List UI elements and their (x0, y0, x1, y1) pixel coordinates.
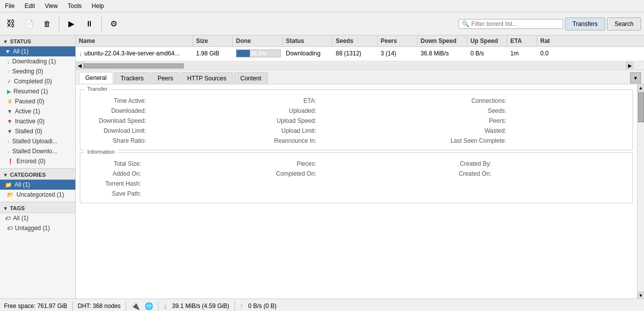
last-seen-row: Last Seen Complete: (446, 136, 627, 146)
scroll-up-btn[interactable]: ▲ (638, 84, 644, 91)
menu-help[interactable]: Help (87, 1, 109, 11)
search-tab-button[interactable]: Search (607, 17, 641, 30)
main-layout: ▼ STATUS ▼ All (1) ↓ Downloading (1) ↑ S… (0, 35, 644, 299)
eta-label: ETA: (266, 97, 316, 104)
tab-peers[interactable]: Peers (151, 72, 180, 84)
sidebar-item-active[interactable]: ▼ Active (1) (0, 106, 75, 116)
col-header-upspeed[interactable]: Up Speed (467, 35, 507, 46)
categories-header-label: CATEGORIES (10, 172, 46, 178)
sidebar-item-completed[interactable]: ✓ Completed (0) (0, 76, 75, 86)
col-header-size[interactable]: Size (193, 35, 233, 46)
active-icon: ▼ (7, 108, 12, 114)
row-ratio-cell: 0.0 (537, 48, 567, 58)
col-header-eta[interactable]: ETA (507, 35, 537, 46)
settings-button[interactable]: ⚙ (106, 16, 122, 32)
col-header-done[interactable]: Done (233, 35, 283, 46)
transfers-tab-button[interactable]: Transfers (565, 17, 605, 30)
dht-label: DHT: 368 nodes (78, 303, 121, 310)
col-header-status[interactable]: Status (283, 35, 333, 46)
tab-http-sources[interactable]: HTTP Sources (181, 72, 232, 84)
last-seen-label: Last Seen Complete: (446, 137, 506, 144)
down-arrow-icon: ↓ (164, 302, 167, 310)
tab-general[interactable]: General (79, 72, 113, 84)
tags-section-header[interactable]: ▼ TAGS (0, 202, 75, 213)
pause-button[interactable]: ⏸ (81, 16, 97, 32)
menu-tools[interactable]: Tools (63, 1, 87, 11)
wasted-label: Wasted: (446, 127, 506, 134)
col-header-ratio[interactable]: Rat (537, 35, 567, 46)
add-link-button[interactable]: 📄 (21, 16, 37, 32)
search-icon: 🔍 (462, 20, 469, 27)
sidebar-item-stalled[interactable]: ▼ Stalled (0) (0, 126, 75, 136)
menu-edit[interactable]: Edit (19, 1, 40, 11)
table-row[interactable]: ↓ ubuntu-22.04.3-live-server-amd64... 1.… (76, 47, 644, 60)
sidebar-item-stalled-upload[interactable]: ↑ Stalled Uploadi... (0, 136, 75, 146)
torrent-hash-row: Torrent Hash: (86, 179, 266, 189)
scroll-thumb[interactable] (638, 92, 644, 122)
inactive-icon: ▼ (7, 118, 12, 124)
sidebar-item-errored[interactable]: ❗ Errored (0) (0, 156, 75, 166)
progress-bar-text: 30.2% (236, 50, 280, 57)
panel-scrollbar[interactable]: ▲ ▼ (637, 84, 644, 299)
sidebar-item-tags-all[interactable]: 🏷 All (1) (0, 213, 75, 223)
completed-icon: ✓ (7, 78, 11, 85)
sidebar-inactive-label: Inactive (0) (15, 118, 44, 125)
time-active-row: Time Active: (86, 96, 266, 106)
scrollbar-track[interactable] (84, 63, 626, 68)
horizontal-scrollbar[interactable]: ◀ ▶ ··· (76, 62, 644, 70)
categories-arrow-icon: ▼ (3, 172, 8, 178)
row-peers-cell: 3 (14) (378, 48, 418, 58)
content-area: Name Size Done Status Seeds Peers Down S… (76, 35, 644, 299)
sidebar-tags-all-label: All (1) (13, 215, 28, 222)
sidebar-item-categories-all[interactable]: 📁 All (1) (0, 180, 75, 190)
categories-section-header[interactable]: ▼ CATEGORIES (0, 168, 75, 180)
sidebar-item-resumed[interactable]: ▶ Resumed (1) (0, 86, 75, 96)
scrollbar-right-btn[interactable]: ▶ (626, 62, 634, 70)
toolbar-separator-1 (59, 17, 59, 31)
menu-file[interactable]: File (0, 1, 19, 11)
sidebar-item-downloading[interactable]: ↓ Downloading (1) (0, 56, 75, 66)
uploaded-row: Uploaded: (266, 106, 446, 116)
search-input[interactable] (471, 20, 560, 27)
col-header-peers[interactable]: Peers (378, 35, 418, 46)
seeding-icon: ↑ (7, 68, 10, 74)
sidebar-item-all[interactable]: ▼ All (1) (0, 46, 75, 56)
tab-content[interactable]: Content (234, 72, 268, 84)
scrollbar-left-btn[interactable]: ◀ (76, 62, 84, 70)
play-button[interactable]: ▶ (63, 16, 79, 32)
scroll-down-btn[interactable]: ▼ (638, 292, 644, 299)
statusbar-sep-2 (126, 302, 126, 311)
uncategorized-icon: 📂 (7, 192, 14, 198)
up-speed-label: 0 B/s (0 B) (248, 303, 277, 310)
sidebar-item-untagged[interactable]: 🏷 Untagged (1) (0, 223, 75, 233)
tag-all-icon: 🏷 (5, 215, 10, 221)
delete-button[interactable]: 🗑 (39, 16, 55, 32)
sidebar-categories-all-label: All (1) (14, 181, 30, 188)
toolbar: ⛓ 📄 🗑 ▶ ⏸ ⚙ 🔍 Transfers Search (0, 12, 644, 35)
col-header-downspeed[interactable]: Down Speed (418, 35, 467, 46)
sidebar-stalled-upload-label: Stalled Uploadi... (12, 138, 58, 145)
sidebar-item-uncategorized[interactable]: 📂 Uncategorized (1) (0, 190, 75, 200)
menubar: File Edit View Tools Help (0, 0, 644, 12)
sidebar-item-seeding[interactable]: ↑ Seeding (0) (0, 66, 75, 76)
transfer-section-title: Transfer (84, 86, 111, 92)
sidebar-seeding-label: Seeding (0) (12, 68, 43, 75)
tab-trackers[interactable]: Trackers (114, 72, 150, 84)
stalled-icon: ▼ (7, 128, 12, 134)
add-torrent-button[interactable]: ⛓ (3, 16, 19, 32)
col-header-seeds[interactable]: Seeds (333, 35, 378, 46)
sidebar-item-paused[interactable]: ⏸ Paused (0) (0, 96, 75, 106)
status-section-header[interactable]: ▼ STATUS (0, 35, 75, 46)
completed-on-row: Completed On: (266, 169, 446, 179)
menu-view[interactable]: View (40, 1, 63, 11)
search-box: 🔍 (458, 19, 563, 29)
time-active-label: Time Active: (86, 97, 146, 104)
cat-all-icon: 📁 (5, 182, 12, 188)
col-header-name[interactable]: Name (76, 35, 193, 46)
sidebar-errored-label: Errored (0) (16, 158, 45, 165)
tab-dropdown-btn[interactable]: ▼ (630, 72, 641, 83)
down-speed-label: 39.1 MiB/s (4.59 GiB) (172, 303, 229, 310)
scrollbar-thumb[interactable] (84, 63, 184, 68)
sidebar-item-stalled-download[interactable]: ↓ Stalled Downlo... (0, 146, 75, 156)
sidebar-item-inactive[interactable]: ▼ Inactive (0) (0, 116, 75, 126)
